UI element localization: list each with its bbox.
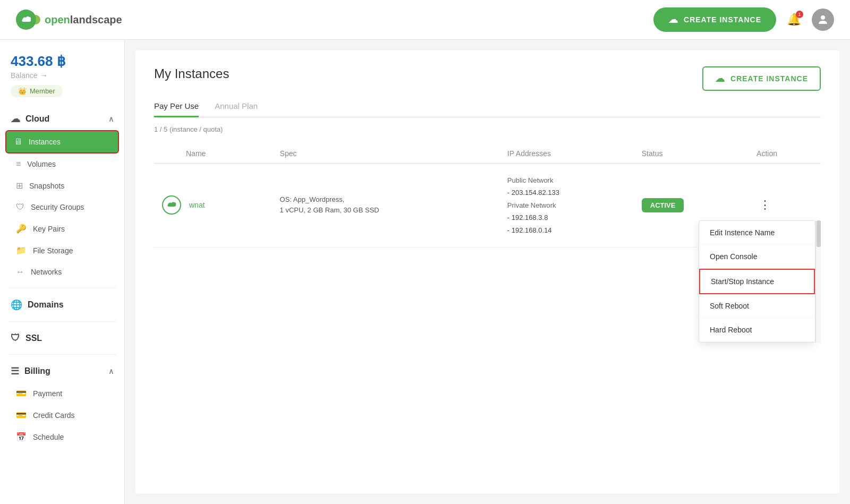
cloud-icon: ☁ [668,14,678,25]
instance-name-link[interactable]: wnat [189,201,205,209]
instance-ip-block: Public Network - 203.154.82.133 Private … [507,174,626,236]
billing-section: ☰ Billing ∧ 💳 Payment 💳 Credit Cards 📅 S… [0,357,124,450]
instances-icon: 🖥 [14,137,22,147]
schedule-icon: 📅 [16,432,27,442]
ssl-label: SSL [26,334,42,343]
snapshots-label: Snapshots [29,182,64,190]
instance-spec-cell: OS: App_Wordpress, 1 vCPU, 2 GB Ram, 30 … [272,164,499,247]
dropdown-scrollbar-thumb [817,220,821,247]
sidebar-item-key-pairs[interactable]: 🔑 Key Pairs [0,218,124,240]
balance-label[interactable]: Balance → [11,71,114,80]
private-network-label: Private Network [507,199,626,211]
create-instance-top-label: CREATE INSTANCE [684,15,761,24]
payment-icon: 💳 [16,388,27,398]
billing-chevron-icon: ∧ [108,367,114,375]
balance-amount: 433.68 ฿ [11,53,114,70]
billing-label: Billing [24,366,50,376]
dropdown-hard-reboot[interactable]: Hard Reboot [699,318,815,342]
private-ip-1: - 192.168.3.8 [507,211,626,224]
logo-icon [16,10,40,30]
file-storage-label: File Storage [33,246,73,255]
notification-button[interactable]: 🔔 1 [787,13,801,27]
svg-point-0 [821,15,825,20]
security-groups-icon: 🛡 [16,202,24,212]
instances-label: Instances [29,138,61,146]
credit-cards-label: Credit Cards [33,411,75,420]
col-spec: Spec [272,144,499,164]
cloud-section-icon: ☁ [11,113,20,125]
domains-icon: 🌐 [11,299,22,311]
tabs: Pay Per Use Annual Plan [154,96,821,117]
action-menu-button[interactable]: ⋮ [756,195,774,215]
dropdown-scrollbar[interactable] [815,220,821,343]
sidebar-item-credit-cards[interactable]: 💳 Credit Cards [0,404,124,426]
divider-1 [8,288,116,288]
sidebar: 433.68 ฿ Balance → 👑 Member ☁ Cloud ∧ 🖥 [0,40,125,504]
topbar: openlandscape ☁ CREATE INSTANCE 🔔 1 [0,0,850,40]
sidebar-item-snapshots[interactable]: ⊞ Snapshots [0,175,124,197]
credit-cards-icon: 💳 [16,410,27,420]
domains-section: 🌐 Domains [0,291,124,319]
volumes-label: Volumes [27,160,56,168]
payment-label: Payment [33,389,62,398]
table-header: Name Spec IP Addresses Status Action [154,144,821,164]
col-name: Name [154,144,272,164]
dropdown-container: Edit Instence Name Open Console Start/St… [699,220,821,343]
sidebar-item-file-storage[interactable]: 📁 File Storage [0,240,124,261]
status-badge: ACTIVE [642,198,684,212]
tab-pay-per-use[interactable]: Pay Per Use [154,96,199,117]
topbar-right: ☁ CREATE INSTANCE 🔔 1 [653,7,834,32]
create-instance-content-label: CREATE INSTANCE [730,74,808,83]
networks-label: Networks [31,268,62,276]
quota-text: 1 / 5 (instance / quota) [154,125,821,133]
instance-ip-cell: Public Network - 203.154.82.133 Private … [499,164,634,247]
dropdown-open-console[interactable]: Open Console [699,245,815,269]
create-instance-content-cloud-icon: ☁ [715,73,725,84]
create-instance-top-button[interactable]: ☁ CREATE INSTANCE [653,7,776,32]
dropdown-start-stop[interactable]: Start/Stop Instance [699,269,815,294]
security-groups-label: Security Groups [31,203,84,211]
key-pairs-icon: 🔑 [16,224,27,234]
billing-section-header[interactable]: ☰ Billing ∧ [0,360,124,382]
instance-icon [162,195,181,215]
cloud-section: ☁ Cloud ∧ 🖥 Instances ≡ Volumes ⊞ Snapsh… [0,105,124,285]
divider-3 [8,354,116,355]
sidebar-item-schedule[interactable]: 📅 Schedule [0,426,124,448]
domains-section-header[interactable]: 🌐 Domains [0,294,124,316]
member-badge: 👑 Member [11,85,63,97]
sidebar-item-instances[interactable]: 🖥 Instances [5,130,119,153]
create-instance-content-button[interactable]: ☁ CREATE INSTANCE [702,66,821,91]
sidebar-item-payment[interactable]: 💳 Payment [0,382,124,404]
billing-icon: ☰ [11,365,19,377]
schedule-label: Schedule [33,433,64,441]
balance-arrow-icon: → [40,71,48,80]
page-header: My Instances ☁ CREATE INSTANCE [154,66,821,91]
page-title: My Instances [154,66,229,81]
cloud-section-header[interactable]: ☁ Cloud ∧ [0,108,124,130]
dropdown-wrapper: Edit Instence Name Open Console Start/St… [699,220,821,343]
user-avatar[interactable] [812,8,834,31]
key-pairs-label: Key Pairs [33,225,65,233]
notification-badge: 1 [796,11,803,18]
sidebar-item-security-groups[interactable]: 🛡 Security Groups [0,197,124,218]
col-action: Action [749,144,821,164]
dropdown-edit-name[interactable]: Edit Instence Name [699,221,815,245]
cloud-section-label: Cloud [26,114,49,124]
main-layout: 433.68 ฿ Balance → 👑 Member ☁ Cloud ∧ 🖥 [0,40,850,504]
tab-annual-plan[interactable]: Annual Plan [215,96,258,117]
instance-name-cell: wnat [154,164,272,247]
ssl-section-header[interactable]: 🛡 SSL [0,327,124,349]
content-area: My Instances ☁ CREATE INSTANCE Pay Per U… [125,40,850,504]
file-storage-icon: 📁 [16,245,27,255]
col-ip: IP Addresses [499,144,634,164]
ssl-section: 🛡 SSL [0,324,124,352]
divider-2 [8,321,116,322]
sidebar-item-volumes[interactable]: ≡ Volumes [0,153,124,175]
public-ip: - 203.154.82.133 [507,186,626,199]
snapshots-icon: ⊞ [16,181,23,191]
dropdown-soft-reboot[interactable]: Soft Reboot [699,294,815,318]
col-status: Status [634,144,749,164]
crown-icon: 👑 [18,87,27,95]
sidebar-item-networks[interactable]: ↔ Networks [0,261,124,283]
dropdown-menu: Edit Instence Name Open Console Start/St… [699,220,815,343]
